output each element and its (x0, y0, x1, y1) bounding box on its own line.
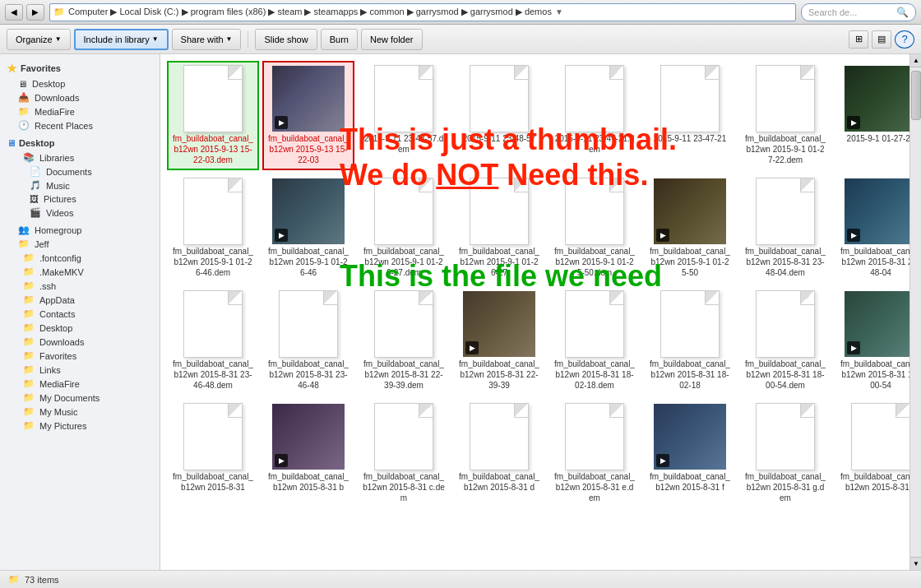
file-item[interactable]: fm_buildaboat_canal_b12wn 2015-8-31 23-4… (167, 286, 259, 396)
sidebar-item-jeff[interactable]: 📁 Jeff (0, 237, 160, 251)
file-thumbnail (177, 291, 249, 357)
file-item[interactable]: fm_buildaboat_canal_b12wn 2015-9-1 01-26… (358, 174, 450, 283)
file-item[interactable]: fm_buildaboat_canal_b12wn 2015-8-31 23-4… (739, 174, 831, 283)
nav-buttons[interactable]: ◀ ▶ (5, 4, 44, 21)
file-item[interactable]: fm_buildaboat_canal_b12wn 2015-9-1 01-26… (167, 174, 259, 283)
file-item[interactable]: ▶ fm_buildaboat_canal_b12wn 2015-9-13 15… (262, 61, 354, 170)
favorites-header[interactable]: ★ Favorites (0, 59, 160, 77)
file-grid: fm_buildaboat_canal_b12wn 2015-9-13 15-2… (167, 61, 903, 508)
file-name: fm_buildaboat_canal_b12wn 2015-8-31 18-0… (744, 359, 826, 391)
scroll-down-button[interactable]: ▼ (910, 557, 921, 570)
sidebar-item-mediafire-fav[interactable]: 📁 MediaFire (0, 104, 160, 118)
sidebar-item-libraries[interactable]: 📚 Libraries (0, 150, 160, 164)
file-item[interactable]: ▶ fm_buildaboat_canal_b12wn 2015-9-1 01-… (644, 174, 736, 283)
file-item[interactable]: fm_buildaboat_canal_b12wn 2015-8-31 18-0… (644, 286, 736, 396)
sidebar-item-my-pictures[interactable]: 📁 My Pictures (0, 419, 160, 433)
details-pane-button[interactable]: ▤ (872, 30, 891, 49)
sidebar-item-ssh[interactable]: 📁 .ssh (0, 279, 160, 293)
sidebar-item-desktop-fav[interactable]: 🖥 Desktop (0, 77, 160, 90)
blank-file-icon (470, 65, 529, 132)
file-name: fm_buildaboat_canal_b12wn 2015-8-31 18-0… (840, 359, 909, 391)
file-item[interactable]: ▶ fm_buildaboat_canal_b12wn 2015-8-31 23… (835, 174, 909, 283)
change-view-button[interactable]: ⊞ (849, 30, 868, 49)
file-item[interactable]: fm_buildaboat_canal_b12wn 2015-8-31 e.de… (548, 399, 641, 508)
sidebar-item-my-documents[interactable]: 📁 My Documents (0, 391, 160, 405)
help-button[interactable]: ? (895, 30, 914, 49)
new-folder-button[interactable]: New folder (361, 29, 423, 50)
file-item[interactable]: fm_buildaboat_canal_b12wn 2015-8-31 18-0… (739, 286, 831, 396)
blank-file-icon (565, 178, 624, 245)
forward-button[interactable]: ▶ (26, 4, 44, 21)
file-item[interactable]: fm_buildaboat_canal_b12wn 2015-8-31 (167, 399, 259, 508)
file-item[interactable]: fm_buildaboat_canal_b12wn 2015-8-31 g.de… (739, 399, 831, 508)
desktop-header-label: Desktop (19, 138, 54, 148)
desktop-header[interactable]: 🖥 Desktop (0, 136, 160, 150)
file-item[interactable]: 2015-9-11 23-48-57.dem (358, 61, 450, 170)
file-item[interactable]: ▶ fm_buildaboat_canal_b12wn 2015-8-31 22… (453, 286, 545, 396)
downloads-fav-icon: 📥 (18, 92, 30, 103)
sidebar-item-favorites[interactable]: 📁 Favorites (0, 349, 160, 363)
file-item[interactable]: fm_buildaboat_canal_b12wn 2015-8-31 c.de… (358, 399, 450, 508)
file-item[interactable]: ▶ fm_buildaboat_canal_b12wn 2015-9-1 01-… (262, 174, 354, 283)
share-with-button[interactable]: Share with ▼ (172, 29, 242, 50)
sidebar-item-pictures[interactable]: 🖼 Pictures (0, 192, 160, 206)
file-item[interactable]: 2015-9-11 23-48-57 (453, 61, 545, 170)
file-item[interactable]: fm_buildaboat_canal_b12wn 2015-8-31 23-4… (262, 286, 354, 396)
file-name: 2015-9-11 23-48-57.dem (363, 133, 445, 155)
favorites-icon: 📁 (23, 350, 35, 361)
search-box[interactable]: Search de... 🔍 (801, 3, 916, 21)
downloads-label: Downloads (39, 337, 84, 347)
file-item[interactable]: fm_buildaboat_canal_b12wn 2015-9-1 01-26… (453, 174, 545, 283)
file-thumbnail (368, 66, 440, 132)
libraries-section: 🖥 Desktop 📚 Libraries 📄 Documents 🎵 Musi… (0, 136, 160, 220)
back-button[interactable]: ◀ (5, 4, 23, 21)
burn-button[interactable]: Burn (321, 29, 358, 50)
address-bar[interactable]: 📁 Computer ▶ Local Disk (C:) ▶ program f… (49, 3, 796, 21)
include-library-button[interactable]: Include in library ▼ (74, 29, 169, 50)
game-thumbnail: ▶ (272, 66, 345, 132)
sidebar-item-fontconfig[interactable]: 📁 .fontconfig (0, 251, 160, 265)
slideshow-button[interactable]: Slide show (255, 29, 317, 50)
file-name: fm_buildaboat_canal_b12wn 2015-9-1 01-26… (458, 246, 540, 278)
blank-file-icon (565, 65, 624, 132)
sidebar-item-documents[interactable]: 📄 Documents (0, 164, 160, 178)
sidebar-item-mediafire[interactable]: 📁 MediaFire (0, 377, 160, 391)
file-item[interactable]: ▶ fm_buildaboat_canal_b12wn 2015-8-31 f (644, 399, 736, 508)
organize-button[interactable]: Organize ▼ (7, 29, 71, 50)
sidebar-item-recent-places[interactable]: 🕐 Recent Places (0, 118, 160, 132)
game-thumbnail: ▶ (463, 291, 535, 357)
sidebar-item-my-music[interactable]: 📁 My Music (0, 405, 160, 419)
file-item[interactable]: fm_buildaboat_canal_b12wn 2015-8-31 18-0… (548, 286, 641, 396)
sidebar-item-appdata[interactable]: 📁 AppData (0, 293, 160, 307)
file-item[interactable]: ▶ fm_buildaboat_canal_b12wn 2015-8-31 18… (835, 286, 909, 396)
file-item[interactable]: fm_buildaboat_canal_b12wn 2015-9-1 01-27… (739, 61, 831, 170)
file-item[interactable]: 2015-9-11 23-47-21 (644, 61, 736, 170)
file-item[interactable]: fm_buildaboat_canal_b12wn 2015-8-31 h (835, 399, 909, 508)
file-item[interactable]: 2015-9-11 23-47-21.dem (548, 61, 641, 170)
sidebar-item-contacts[interactable]: 📁 Contacts (0, 307, 160, 321)
file-item[interactable]: fm_buildaboat_canal_b12wn 2015-8-31 d (453, 399, 545, 508)
file-item[interactable]: fm_buildaboat_canal_b12wn 2015-9-13 15-2… (167, 61, 259, 170)
sidebar-item-makemkv[interactable]: 📁 .MakeMKV (0, 265, 160, 279)
file-name: fm_buildaboat_canal_b12wn 2015-8-31 h (840, 471, 909, 493)
file-name: fm_buildaboat_canal_b12wn 2015-8-31 23-4… (744, 246, 826, 278)
vertical-scrollbar[interactable]: ▲ ▼ (909, 54, 921, 570)
sidebar-item-desktop-jeff[interactable]: 📁 Desktop (0, 321, 160, 335)
file-item[interactable]: fm_buildaboat_canal_b12wn 2015-8-31 22-3… (358, 286, 450, 396)
scroll-thumb[interactable] (911, 71, 921, 120)
media-play-icon: ▶ (656, 454, 669, 467)
file-name: fm_buildaboat_canal_b12wn 2015-9-1 01-27… (744, 133, 826, 165)
videos-icon: 🎬 (30, 207, 41, 218)
file-item[interactable]: ▶ 2015-9-1 01-27-22 (835, 61, 909, 170)
scroll-up-button[interactable]: ▲ (910, 54, 921, 67)
mediafire-fav-label: MediaFire (35, 107, 75, 117)
file-item[interactable]: fm_buildaboat_canal_b12wn 2015-9-1 01-25… (548, 174, 641, 283)
sidebar-item-downloads[interactable]: 📁 Downloads (0, 335, 160, 349)
file-item[interactable]: ▶ fm_buildaboat_canal_b12wn 2015-8-31 b (262, 399, 354, 508)
sidebar-item-links[interactable]: 📁 Links (0, 363, 160, 377)
file-thumbnail: ▶ (463, 291, 535, 357)
sidebar-item-downloads-fav[interactable]: 📥 Downloads (0, 90, 160, 104)
sidebar-item-homegroup[interactable]: 👥 Homegroup (0, 223, 160, 237)
sidebar-item-videos[interactable]: 🎬 Videos (0, 206, 160, 220)
sidebar-item-music[interactable]: 🎵 Music (0, 178, 160, 192)
